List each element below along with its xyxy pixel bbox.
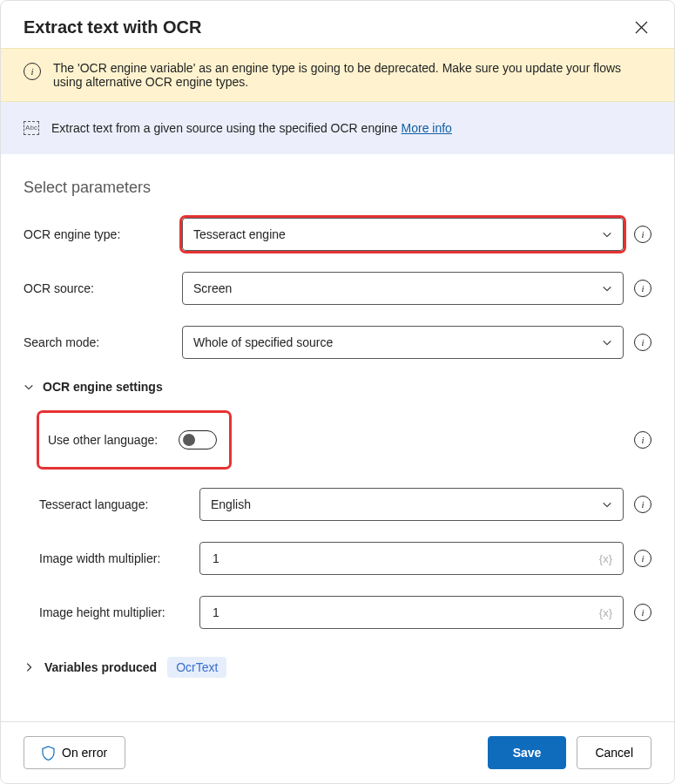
select-value: Screen <box>193 281 232 295</box>
help-icon[interactable]: i <box>634 334 651 351</box>
input-height-multiplier-wrap: {x} <box>199 596 624 629</box>
cancel-button[interactable]: Cancel <box>577 736 651 769</box>
variable-picker-icon[interactable]: {x} <box>599 552 612 565</box>
save-button[interactable]: Save <box>488 736 567 769</box>
input-width-multiplier[interactable] <box>211 551 599 566</box>
on-error-label: On error <box>62 746 107 760</box>
chevron-right-icon <box>24 662 34 672</box>
toggle-use-other-language[interactable] <box>179 430 217 449</box>
chevron-down-icon <box>602 337 612 348</box>
dialog-body: Select parameters OCR engine type: Tesse… <box>1 154 674 721</box>
cancel-label: Cancel <box>595 746 633 760</box>
engine-settings-group: Use other language: i Tesseract language… <box>24 413 651 629</box>
dialog-header: Extract text with OCR <box>1 1 674 48</box>
variable-picker-icon[interactable]: {x} <box>599 606 612 619</box>
select-value: Tesseract engine <box>193 227 286 241</box>
engine-settings-label: OCR engine settings <box>43 380 163 394</box>
label-tesseract-language: Tesseract language: <box>39 497 189 511</box>
help-icon[interactable]: i <box>634 280 651 297</box>
on-error-button[interactable]: On error <box>24 736 125 769</box>
field-tesseract-language: Tesseract language: English i <box>39 488 651 521</box>
label-height-multiplier: Image height multiplier: <box>39 605 189 619</box>
variables-produced-header[interactable]: Variables produced OcrText <box>24 657 651 678</box>
more-info-link[interactable]: More info <box>402 121 452 135</box>
label-ocr-source: OCR source: <box>24 281 172 295</box>
warning-text: The 'OCR engine variable' as an engine t… <box>53 61 651 89</box>
close-icon <box>635 21 648 34</box>
select-search-mode[interactable]: Whole of specified source <box>182 326 624 359</box>
shield-icon <box>42 746 55 760</box>
toggle-knob <box>183 434 195 446</box>
help-icon[interactable]: i <box>634 431 651 449</box>
action-description-banner: Abc Extract text from a given source usi… <box>1 102 674 154</box>
info-text: Extract text from a given source using t… <box>51 121 402 135</box>
info-icon: i <box>24 61 41 80</box>
field-use-other-language: Use other language: <box>39 413 229 467</box>
dialog-extract-text-ocr: Extract text with OCR i The 'OCR engine … <box>0 0 675 784</box>
input-width-multiplier-wrap: {x} <box>199 542 624 575</box>
select-value: English <box>211 497 251 511</box>
chevron-down-icon <box>24 382 34 392</box>
section-title: Select parameters <box>24 179 651 197</box>
help-icon[interactable]: i <box>634 604 651 621</box>
label-search-mode: Search mode: <box>24 335 172 349</box>
label-ocr-engine-type: OCR engine type: <box>24 227 172 241</box>
field-search-mode: Search mode: Whole of specified source i <box>24 326 651 359</box>
label-width-multiplier: Image width multiplier: <box>39 551 189 565</box>
select-tesseract-language[interactable]: English <box>199 488 624 521</box>
variable-chip[interactable]: OcrText <box>167 657 226 678</box>
field-ocr-source: OCR source: Screen i <box>24 272 651 305</box>
chevron-down-icon <box>602 499 612 510</box>
dialog-footer: On error Save Cancel <box>1 721 674 783</box>
field-ocr-engine-type: OCR engine type: Tesseract engine i <box>24 218 651 251</box>
dialog-title: Extract text with OCR <box>24 17 201 37</box>
select-ocr-engine-type[interactable]: Tesseract engine <box>182 218 624 251</box>
select-value: Whole of specified source <box>193 335 333 349</box>
select-ocr-source[interactable]: Screen <box>182 272 624 305</box>
label-use-other-language: Use other language: <box>48 433 158 447</box>
chevron-down-icon <box>602 229 612 240</box>
chevron-down-icon <box>602 283 612 294</box>
variables-produced-label: Variables produced <box>44 660 157 674</box>
field-height-multiplier: Image height multiplier: {x} i <box>39 596 651 629</box>
deprecation-warning-banner: i The 'OCR engine variable' as an engine… <box>1 48 674 102</box>
help-icon[interactable]: i <box>634 226 651 243</box>
ocr-abc-icon: Abc <box>24 121 39 135</box>
close-button[interactable] <box>631 17 651 37</box>
save-label: Save <box>513 746 542 760</box>
field-width-multiplier: Image width multiplier: {x} i <box>39 542 651 575</box>
engine-settings-header[interactable]: OCR engine settings <box>24 380 651 394</box>
input-height-multiplier[interactable] <box>211 605 599 620</box>
help-icon[interactable]: i <box>634 496 651 513</box>
help-icon[interactable]: i <box>634 550 651 567</box>
